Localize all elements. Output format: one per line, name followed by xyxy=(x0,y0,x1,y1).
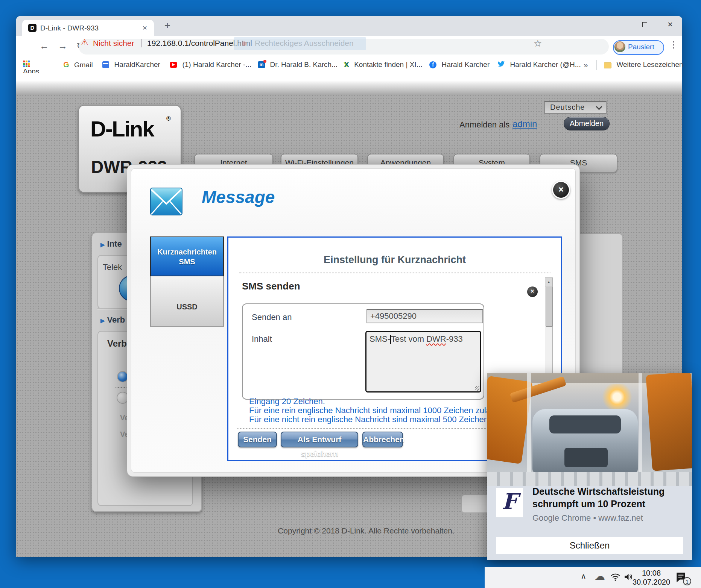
new-tab-button[interactable]: + xyxy=(161,20,173,32)
bookmark-label: Weitere Lesezeichen xyxy=(616,61,683,68)
tab-label-line2: SMS xyxy=(151,257,223,267)
profile-pill[interactable]: Pausiert xyxy=(613,40,664,55)
youtube-icon xyxy=(170,62,177,68)
resize-grip-icon[interactable] xyxy=(475,386,479,391)
photo-robot-right xyxy=(646,373,692,471)
bookmark-star-icon[interactable]: ☆ xyxy=(534,38,542,49)
google-g-icon: G xyxy=(63,61,69,69)
connection-label: Verb xyxy=(107,338,127,349)
browser-tab[interactable]: D D-Link - DWR-933 × xyxy=(22,20,154,36)
sms-senden-title: SMS senden xyxy=(242,280,300,292)
login-as-label: Anmelden als xyxy=(459,120,509,130)
bookmark-label: Gmail xyxy=(74,61,93,69)
apps-grid-icon xyxy=(23,61,30,67)
content-textarea[interactable]: SMS-Test vom DWR-933 xyxy=(365,331,481,393)
photo-rail xyxy=(639,373,642,486)
chrome-notification[interactable]: F Deutsche Wirtschaftsleistung schrumpft… xyxy=(487,373,692,560)
internet-section-header: ▶Inte xyxy=(100,239,122,249)
notification-source: Google Chrome • www.faz.net xyxy=(532,513,643,523)
desktop: D D-Link - DWR-933 × + × ← → ↻ ⚠ Nicht s… xyxy=(0,0,701,588)
copyright-text: Copyright © 2018 D-Link. Alle Rechte vor… xyxy=(208,526,524,535)
dialog-close-icon[interactable]: × xyxy=(552,181,570,199)
photo-welding-spark xyxy=(600,384,634,410)
bookmark-gmail[interactable]: G Gmail xyxy=(63,61,93,70)
notification-count-badge[interactable]: 1 xyxy=(683,577,691,585)
bookmark-label: Dr. Harald B. Karch... xyxy=(270,61,338,68)
admin-link[interactable]: admin xyxy=(512,119,537,129)
taskbar-tray: ∧ ☁ 10:08 30.07.2020 1 xyxy=(485,567,701,588)
forward-icon[interactable]: → xyxy=(58,41,67,52)
photo-rail xyxy=(527,373,531,486)
chevron-down-icon xyxy=(596,104,602,110)
provider-label: Telek xyxy=(103,262,122,272)
send-to-label: Senden an xyxy=(252,312,292,322)
content-text: -933 xyxy=(446,334,463,344)
save-draft-button[interactable]: Als Entwurf speichern xyxy=(281,432,358,447)
scroll-up-icon[interactable]: ▲ xyxy=(545,278,552,286)
content-label: Inhalt xyxy=(252,334,272,344)
tab-title: D-Link - DWR-933 xyxy=(40,24,99,32)
notification-close-button[interactable]: Schließen xyxy=(496,537,683,554)
scrollbar-thumb[interactable] xyxy=(546,287,553,327)
browser-toolbar: ← → ↻ ⚠ Nicht sicher | 192.168.0.1/contr… xyxy=(16,36,682,57)
language-select[interactable]: Deutsche xyxy=(544,101,607,114)
content-text: SMS- xyxy=(370,334,390,344)
bookmark-youtube[interactable]: (1) Harald Karcher -... xyxy=(170,61,251,70)
bookmark-apps[interactable]: Apps xyxy=(23,61,39,70)
twitter-bird-icon xyxy=(497,61,505,69)
bookmark-haraldkarcher[interactable]: HaraldKarcher xyxy=(102,61,160,70)
browser-menu-icon[interactable]: ⋮ xyxy=(669,39,678,50)
avatar xyxy=(614,41,625,52)
tray-expand-icon[interactable]: ∧ xyxy=(581,572,586,581)
tray-clock[interactable]: 10:08 30.07.2020 xyxy=(631,568,672,586)
faz-letter: F xyxy=(496,489,523,514)
content-text: Test vom xyxy=(391,334,426,344)
bookmark-label: Harald Karcher xyxy=(441,61,490,68)
security-label[interactable]: Nicht sicher xyxy=(93,39,134,48)
tab-kurznachrichten-sms[interactable]: Kurznachrichten SMS xyxy=(150,236,224,276)
hint-non-english-limit: Für eine nicht rein englische Nachricht … xyxy=(249,415,501,424)
sms-form: Senden an Inhalt SMS-Test vom DWR-933 xyxy=(242,303,484,400)
section-close-icon[interactable]: × xyxy=(527,286,538,297)
sync-paused-label: Pausiert xyxy=(628,43,654,51)
bookmark-linkedin[interactable]: in Dr. Harald B. Karch... xyxy=(258,61,338,70)
hint-char-count: Eingang 20 Zeichen. xyxy=(249,397,325,406)
tab-ussd[interactable]: USSD xyxy=(150,276,224,327)
facebook-icon: f xyxy=(429,61,436,68)
snip-overlay-label: Rechteckiges Ausschneiden xyxy=(255,39,354,48)
snipping-tool-overlay: Rechteckiges Ausschneiden xyxy=(234,37,366,50)
dotted-divider xyxy=(239,273,550,273)
security-warning-icon[interactable]: ⚠ xyxy=(81,38,88,47)
bookmark-xing[interactable]: X Kontakte finden | XI... xyxy=(344,61,422,70)
website-icon xyxy=(102,61,109,68)
content-misspelled: DWR xyxy=(426,334,446,344)
bookmark-other-folder[interactable]: Weitere Lesezeichen xyxy=(604,61,683,70)
wifi-icon[interactable] xyxy=(610,573,620,583)
onedrive-cloud-icon[interactable]: ☁ xyxy=(595,570,605,582)
send-to-input[interactable] xyxy=(366,309,483,323)
window-minimize-button[interactable] xyxy=(610,18,628,31)
photo-floor xyxy=(487,472,692,486)
hint-english-limit: Für eine rein englische Nachricht sind m… xyxy=(249,406,501,415)
photo-car-windshield xyxy=(549,415,621,433)
tab-close-icon[interactable]: × xyxy=(140,23,149,32)
bookmarks-bar: Apps G Gmail HaraldKarcher (1) Harald Ka… xyxy=(16,57,682,74)
news-photo xyxy=(487,373,692,486)
folder-icon xyxy=(604,62,611,68)
send-button[interactable]: Senden xyxy=(238,432,277,447)
chevron-right-icon: » xyxy=(584,61,588,69)
logout-button[interactable]: Abmelden xyxy=(564,117,610,130)
bookmark-label: (1) Harald Karcher -... xyxy=(182,61,251,68)
bookmarks-overflow-chevron[interactable]: » xyxy=(584,61,588,70)
language-value: Deutsche xyxy=(550,103,585,112)
window-close-button[interactable]: × xyxy=(661,18,679,31)
tray-time: 10:08 xyxy=(631,568,672,577)
window-maximize-button[interactable] xyxy=(636,18,653,31)
bookmark-twitter[interactable]: Harald Karcher (@H... xyxy=(497,61,581,70)
cancel-button[interactable]: Abbrechen xyxy=(362,432,403,447)
bookmark-label: Kontakte finden | XI... xyxy=(354,61,422,68)
bookmark-facebook[interactable]: f Harald Karcher xyxy=(429,61,490,70)
back-icon[interactable]: ← xyxy=(40,41,49,52)
panel-heading: Einstellung für Kurznachricht xyxy=(228,254,561,266)
notification-title: Deutsche Wirtschaftsleistung schrumpft u… xyxy=(532,485,689,510)
